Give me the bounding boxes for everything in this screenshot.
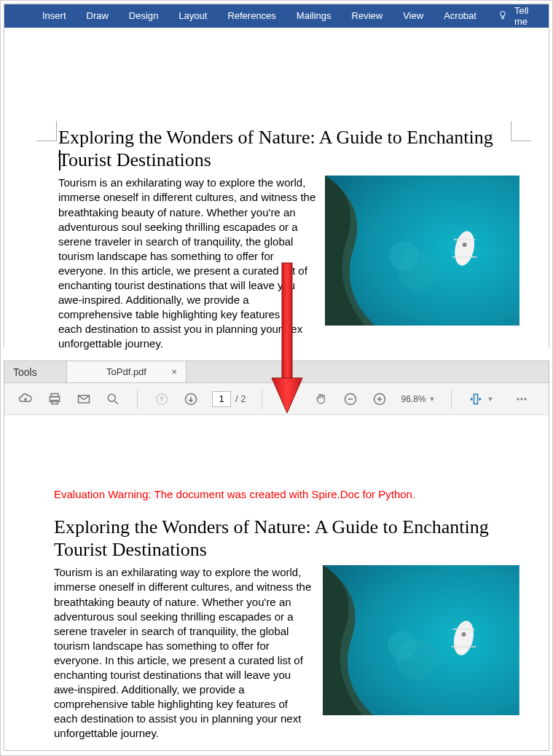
svg-point-15 [108, 394, 115, 401]
toolbar-separator [137, 390, 138, 409]
pdf-document-title: Exploring the Wonders of Nature: A Guide… [54, 516, 519, 561]
svg-point-27 [525, 398, 527, 400]
toolbar-separator [451, 390, 452, 409]
chevron-down-icon[interactable]: ▼ [487, 395, 493, 403]
page-navigator: / 2 [212, 391, 246, 407]
tell-me-label: Tell me [514, 5, 538, 27]
svg-point-0 [501, 11, 506, 16]
page-corner-mark [511, 121, 531, 141]
ribbon-tab-references[interactable]: References [217, 4, 286, 28]
ribbon-tab-draw[interactable]: Draw [77, 4, 119, 28]
page-corner-mark [36, 121, 57, 141]
next-page-icon[interactable] [183, 391, 199, 407]
prev-page-icon[interactable] [154, 391, 170, 407]
document-title: Exploring the Wonders of Nature: A Guide… [58, 127, 519, 171]
pdf-image-ocean [323, 565, 519, 715]
conversion-arrow-icon [270, 261, 304, 416]
svg-point-26 [521, 398, 523, 400]
fit-width-icon[interactable] [468, 391, 484, 407]
text-cursor [59, 150, 60, 170]
svg-point-4 [462, 243, 466, 247]
evaluation-warning-text: Evaluation Warning: The document was cre… [54, 488, 519, 500]
file-tab[interactable]: ToPdf.pdf × [67, 361, 187, 382]
svg-marker-10 [272, 378, 302, 413]
zoom-value: 96.8% [401, 394, 425, 404]
svg-point-30 [462, 632, 466, 637]
svg-rect-24 [474, 394, 478, 403]
zoom-in-icon[interactable] [372, 391, 388, 407]
svg-point-8 [389, 241, 417, 270]
ribbon-tab-insert[interactable]: Insert [32, 4, 77, 28]
ribbon-tab-layout[interactable]: Layout [168, 4, 217, 28]
svg-rect-13 [52, 400, 58, 403]
word-ribbon: Insert Draw Design Layout References Mai… [4, 4, 549, 28]
search-icon[interactable] [105, 391, 121, 407]
svg-point-34 [388, 631, 417, 660]
hand-tool-icon[interactable] [313, 391, 329, 407]
ribbon-tab-design[interactable]: Design [119, 4, 168, 28]
lightbulb-icon [497, 9, 509, 23]
ribbon-tab-mailings[interactable]: Mailings [286, 4, 342, 28]
svg-point-25 [517, 398, 519, 400]
svg-line-16 [115, 401, 118, 403]
more-tools-icon[interactable] [514, 391, 530, 407]
ribbon-tab-acrobat[interactable]: Acrobat [434, 4, 487, 28]
ribbon-tab-review[interactable]: Review [342, 4, 393, 28]
pdf-window: Tools ToPdf.pdf × / 2 [4, 361, 549, 751]
tools-tab[interactable]: Tools [4, 361, 67, 382]
toolbar-separator [262, 390, 262, 409]
zoom-dropdown[interactable]: 96.8% ▼ [401, 394, 435, 404]
chevron-down-icon: ▼ [429, 395, 436, 403]
ribbon-tab-view[interactable]: View [393, 4, 434, 28]
print-icon[interactable] [47, 391, 63, 407]
pdf-body-text: Tourism is an exhilarating way to explor… [54, 565, 314, 741]
svg-rect-9 [282, 263, 292, 379]
close-tab-icon[interactable]: × [171, 366, 177, 377]
page-number-input[interactable] [212, 391, 231, 407]
mail-icon[interactable] [76, 391, 92, 407]
pdf-document-page[interactable]: Evaluation Warning: The document was cre… [4, 415, 549, 750]
tell-me-search[interactable]: Tell me [487, 5, 549, 27]
pdf-document-content: Tourism is an exhilarating way to explor… [54, 565, 519, 741]
file-tab-name: ToPdf.pdf [106, 366, 146, 377]
cloud-upload-icon[interactable] [17, 391, 34, 407]
document-image-ocean [325, 176, 519, 326]
zoom-out-icon[interactable] [342, 391, 358, 407]
page-total-label: / 2 [235, 393, 246, 404]
